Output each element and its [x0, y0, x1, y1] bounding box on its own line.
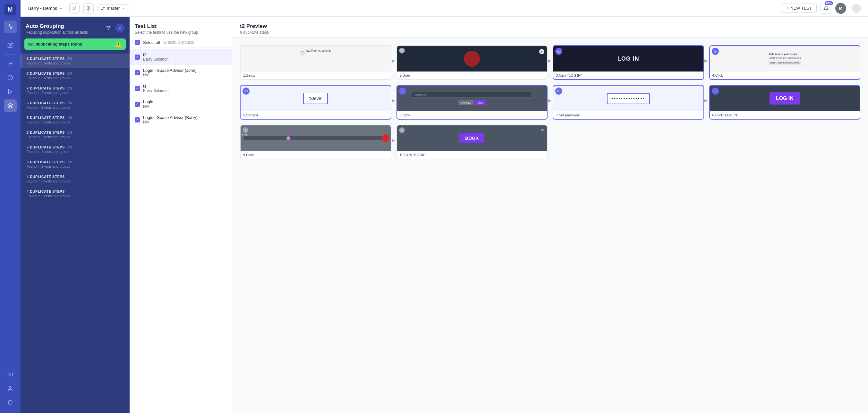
new-test-button[interactable]: + NEW TEST: [781, 3, 817, 13]
test-item-2-checkbox[interactable]: ✓: [135, 86, 140, 91]
step-card-2[interactable]: 0 2.Drag: [397, 45, 548, 80]
step-card-4[interactable]: Auto record your steps Select the group …: [709, 45, 861, 80]
test-item-3-name: Login: [143, 99, 153, 104]
test-item-0-name: t2: [143, 52, 168, 57]
duplicate-list: 6 DUPLICATE STEPS 2% Found in 5 tests an…: [21, 52, 130, 413]
duplicate-item-6[interactable]: 5 DUPLICATE STEPS 1% Found in 2 tests an…: [21, 142, 130, 157]
duplicate-item-2[interactable]: 7 DUPLICATE STEPS 1% Found in 2 tests an…: [21, 83, 130, 98]
test-list-header: Test List Select the tests to use the ne…: [130, 17, 232, 37]
dup-found-3: Found in 2 tests and groups: [27, 105, 124, 109]
step-label-10: 10.Click "BOOK": [397, 151, 547, 159]
notif-badge: 80%: [825, 1, 833, 5]
nav-icon-settings[interactable]: [4, 368, 17, 381]
content-area: Auto Grouping Reducing duplication acros…: [21, 17, 868, 413]
step-card-6[interactable]: password CANCEL LOG 6.Click: [397, 85, 548, 120]
step-thumb-4: Auto record your steps Select the group …: [710, 46, 860, 71]
duplicate-item-3[interactable]: 6 DUPLICATE STEPS 1% Found in 2 tests an…: [21, 98, 130, 113]
svg-point-14: [75, 6, 76, 8]
step-arrow-9: ▶: [392, 137, 395, 143]
test-item-4-name: Login - Space Advisor (Barry): [143, 115, 197, 120]
test-item-0-owner: Barry Solomon: [143, 57, 168, 62]
step-badge-7: [555, 88, 562, 95]
pin-icon-btn[interactable]: [84, 3, 94, 13]
filter-icon[interactable]: [104, 24, 113, 33]
select-all-row[interactable]: ✓ Select all (2 tests, 3 groups): [130, 37, 232, 48]
duplicate-item-0[interactable]: 6 DUPLICATE STEPS 2% Found in 5 tests an…: [21, 54, 130, 68]
step-label-9: 9.Click: [241, 151, 391, 159]
dup-found-5: Found in 2 tests and groups: [27, 135, 124, 139]
nav-icon-cat[interactable]: [4, 396, 17, 409]
grouping-title-area: Auto Grouping Reducing duplication acros…: [26, 23, 88, 35]
dup-found-4: Found in 3 tests and groups: [27, 120, 124, 124]
test-item-4[interactable]: ✓ Login - Space Advisor (Barry) N/A: [130, 112, 232, 128]
branch-label: master: [107, 6, 120, 10]
svg-point-30: [715, 91, 716, 91]
app-logo[interactable]: M: [4, 4, 16, 15]
select-all-checkbox[interactable]: ✓: [135, 40, 140, 45]
step-badge-5: [243, 88, 250, 95]
step-card-8[interactable]: LOG IN 8.Click "LOG IN": [709, 85, 861, 120]
nav-icon-layers[interactable]: [4, 99, 17, 112]
svg-point-19: [102, 9, 103, 10]
step-arrow-5: ▶: [392, 98, 395, 103]
duplicate-item-4[interactable]: 5 DUPLICATE STEPS 1% Found in 3 tests an…: [21, 113, 130, 127]
project-selector[interactable]: Barry - Demos: [26, 4, 65, 12]
test-list-title: Test List: [135, 23, 227, 30]
svg-rect-29: [558, 90, 560, 92]
step-card-10[interactable]: + BOOK $3 10.Click "BOOK": [397, 125, 548, 159]
dup-found-7: Found in 2 tests and groups: [27, 164, 124, 168]
duplicate-item-1[interactable]: 7 DUPLICATE STEPS 1% Found in 2 tests an…: [21, 68, 130, 83]
select-all-sub: (2 tests, 3 groups): [163, 40, 194, 44]
notification-button[interactable]: 80%: [820, 3, 831, 14]
step-thumb-2: 0: [397, 46, 547, 71]
nav-icon-trends[interactable]: [4, 21, 17, 33]
step-card-3[interactable]: LOG IN 3.Click "LOG IN": [553, 45, 704, 80]
step-wrapper-9: + $100 9.Click ▶: [240, 125, 391, 159]
step-label-8: 8.Click "LOG IN": [710, 111, 860, 119]
step-wrapper-8: LOG IN 8.Click "LOG IN": [709, 85, 861, 120]
step-wrapper-7: •••••••••••••• 7.Set password ▶: [553, 85, 704, 120]
top-header: Barry - Demos master + NEW TEST 80% M: [21, 0, 868, 17]
user-avatar[interactable]: M: [835, 3, 846, 14]
nav-icon-list[interactable]: [4, 57, 17, 70]
test-item-0[interactable]: ✓ t2 Barry Solomon: [130, 49, 232, 65]
svg-point-26: [715, 51, 716, 52]
test-list-subtitle: Select the tests to use the new group: [135, 30, 227, 35]
test-item-1-checkbox[interactable]: ✓: [135, 70, 140, 75]
extra-avatar[interactable]: [850, 2, 863, 15]
test-item-1[interactable]: ✓ Login - Space Advisor (John) N/A: [130, 65, 232, 81]
test-item-3-checkbox[interactable]: ✓: [135, 102, 140, 107]
step-wrapper-1: http://demo.testim.io 1.Setup ▶: [240, 45, 391, 80]
dup-steps-2: 7 DUPLICATE STEPS 1%: [27, 86, 124, 90]
dup-steps-8: 4 DUPLICATE STEPS: [27, 175, 124, 179]
duplicate-item-9[interactable]: 4 DUPLICATE STEPS Found in 2 tests and g…: [21, 186, 130, 201]
test-item-4-checkbox[interactable]: ✓: [135, 117, 140, 123]
duplicate-item-7[interactable]: 5 DUPLICATE STEPS 1% Found in 2 tests an…: [21, 157, 130, 171]
step-label-7: 7.Set password: [553, 111, 704, 119]
test-item-2[interactable]: ✓ t1 Barry Solomon: [130, 81, 232, 96]
test-item-3[interactable]: ✓ Login N/A: [130, 96, 232, 112]
step-card-1[interactable]: http://demo.testim.io 1.Setup: [240, 45, 391, 80]
branch-icon-btn[interactable]: [69, 3, 80, 13]
nav-icon-bug[interactable]: [4, 71, 17, 84]
step-card-5[interactable]: 'Steve' 5.Set text: [240, 85, 391, 120]
nav-icon-play[interactable]: [4, 85, 17, 98]
step-card-9[interactable]: + $100 9.Click: [240, 125, 391, 159]
duplicating-banner[interactable]: 9% duplicating steps found ⚠️: [24, 38, 126, 50]
duplicate-item-8[interactable]: 4 DUPLICATE STEPS Found in 3 tests and g…: [21, 171, 130, 186]
test-item-0-checkbox[interactable]: ✓: [135, 55, 140, 60]
nav-icon-user[interactable]: [4, 382, 17, 395]
dup-steps-3: 6 DUPLICATE STEPS 1%: [27, 101, 124, 105]
dup-steps-7: 5 DUPLICATE STEPS 1%: [27, 160, 124, 164]
step-wrapper-5: 'Steve' 5.Set text ▶: [240, 85, 391, 120]
nav-icon-edit[interactable]: [4, 39, 17, 52]
collapse-button[interactable]: [116, 24, 124, 33]
steps-grid: http://demo.testim.io 1.Setup ▶: [232, 37, 868, 413]
step-arrow-2: ▶: [548, 58, 551, 63]
dup-found-6: Found in 2 tests and groups: [27, 150, 124, 154]
duplicate-item-5[interactable]: 5 DUPLICATE STEPS 1% Found in 2 tests an…: [21, 127, 130, 142]
step-card-7[interactable]: •••••••••••••• 7.Set password: [553, 85, 704, 120]
svg-rect-27: [245, 90, 247, 92]
branch-selector[interactable]: master: [97, 4, 129, 12]
dup-found-9: Found in 2 tests and groups: [27, 194, 124, 198]
